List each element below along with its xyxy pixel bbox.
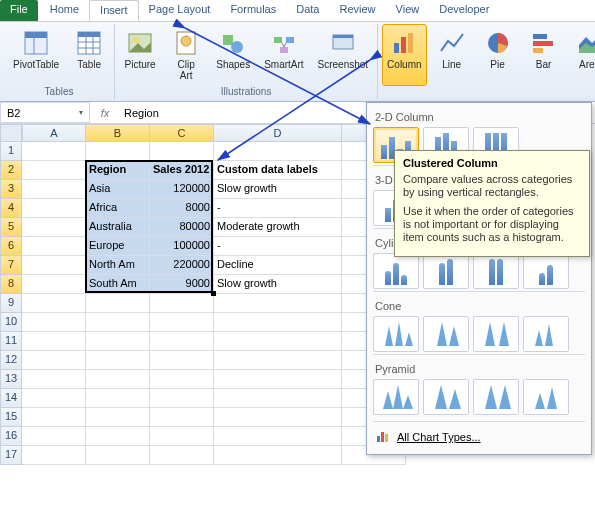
pyr-clustered-option[interactable]: [373, 379, 419, 415]
row-header-8[interactable]: 8: [0, 275, 22, 294]
cell-D6[interactable]: -: [214, 237, 342, 256]
row-header-10[interactable]: 10: [0, 313, 22, 332]
screenshot-button[interactable]: Screenshot: [313, 24, 374, 86]
shapes-button[interactable]: Shapes: [211, 24, 255, 86]
row-header-13[interactable]: 13: [0, 370, 22, 389]
cell-A2[interactable]: [22, 161, 86, 180]
fx-icon[interactable]: fx: [90, 107, 120, 119]
cell-D10[interactable]: [214, 313, 342, 332]
tab-formulas[interactable]: Formulas: [220, 0, 286, 21]
row-header-12[interactable]: 12: [0, 351, 22, 370]
pyr-stacked-option[interactable]: [423, 379, 469, 415]
cell-B7[interactable]: North Am: [86, 256, 150, 275]
row-header-1[interactable]: 1: [0, 142, 22, 161]
cell-C5[interactable]: 80000: [150, 218, 214, 237]
cyl-stacked100-option[interactable]: [473, 253, 519, 289]
cell-C4[interactable]: 8000: [150, 199, 214, 218]
cell-A11[interactable]: [22, 332, 86, 351]
cell-C10[interactable]: [150, 313, 214, 332]
cell-B15[interactable]: [86, 408, 150, 427]
all-chart-types-button[interactable]: All Chart Types...: [373, 421, 585, 448]
cell-A1[interactable]: [22, 142, 86, 161]
pyr-stacked100-option[interactable]: [473, 379, 519, 415]
row-header-15[interactable]: 15: [0, 408, 22, 427]
cell-B8[interactable]: South Am: [86, 275, 150, 294]
cell-A16[interactable]: [22, 427, 86, 446]
row-header-2[interactable]: 2: [0, 161, 22, 180]
name-box[interactable]: B2 ▾: [0, 102, 90, 123]
picture-button[interactable]: Picture: [119, 24, 161, 86]
tab-data[interactable]: Data: [286, 0, 329, 21]
cell-B12[interactable]: [86, 351, 150, 370]
cell-D11[interactable]: [214, 332, 342, 351]
cell-A8[interactable]: [22, 275, 86, 294]
pyr-3d-option[interactable]: [523, 379, 569, 415]
cell-B14[interactable]: [86, 389, 150, 408]
area-chart-button[interactable]: Area: [569, 24, 595, 86]
cell-B13[interactable]: [86, 370, 150, 389]
cell-C1[interactable]: [150, 142, 214, 161]
cell-B17[interactable]: [86, 446, 150, 465]
cell-A9[interactable]: [22, 294, 86, 313]
cell-C7[interactable]: 220000: [150, 256, 214, 275]
cell-C16[interactable]: [150, 427, 214, 446]
cell-A13[interactable]: [22, 370, 86, 389]
cell-D13[interactable]: [214, 370, 342, 389]
fill-handle[interactable]: [211, 291, 216, 296]
cell-B1[interactable]: [86, 142, 150, 161]
row-header-14[interactable]: 14: [0, 389, 22, 408]
cell-C12[interactable]: [150, 351, 214, 370]
cell-A4[interactable]: [22, 199, 86, 218]
cell-D16[interactable]: [214, 427, 342, 446]
cell-D15[interactable]: [214, 408, 342, 427]
cell-B5[interactable]: Australia: [86, 218, 150, 237]
cell-A10[interactable]: [22, 313, 86, 332]
cell-D4[interactable]: -: [214, 199, 342, 218]
col-header-b[interactable]: B: [86, 124, 150, 142]
cell-B3[interactable]: Asia: [86, 180, 150, 199]
cell-B4[interactable]: Africa: [86, 199, 150, 218]
row-header-9[interactable]: 9: [0, 294, 22, 313]
cell-B10[interactable]: [86, 313, 150, 332]
cell-A17[interactable]: [22, 446, 86, 465]
cell-A12[interactable]: [22, 351, 86, 370]
pie-chart-button[interactable]: Pie: [477, 24, 519, 86]
cyl-stacked-option[interactable]: [423, 253, 469, 289]
cell-C2[interactable]: Sales 2012: [150, 161, 214, 180]
tab-insert[interactable]: Insert: [89, 0, 139, 21]
cell-A5[interactable]: [22, 218, 86, 237]
cell-D14[interactable]: [214, 389, 342, 408]
tab-file[interactable]: File: [0, 0, 38, 21]
clipart-button[interactable]: Clip Art: [165, 24, 207, 86]
cell-C15[interactable]: [150, 408, 214, 427]
tab-page-layout[interactable]: Page Layout: [139, 0, 221, 21]
cell-D5[interactable]: Moderate growth: [214, 218, 342, 237]
cell-D17[interactable]: [214, 446, 342, 465]
cone-stacked-option[interactable]: [423, 316, 469, 352]
col-header-c[interactable]: C: [150, 124, 214, 142]
cell-A14[interactable]: [22, 389, 86, 408]
tab-home[interactable]: Home: [40, 0, 89, 21]
tab-view[interactable]: View: [386, 0, 430, 21]
cell-B6[interactable]: Europe: [86, 237, 150, 256]
row-header-16[interactable]: 16: [0, 427, 22, 446]
cell-B2[interactable]: Region: [86, 161, 150, 180]
cell-C17[interactable]: [150, 446, 214, 465]
cell-D8[interactable]: Slow growth: [214, 275, 342, 294]
cell-D9[interactable]: [214, 294, 342, 313]
cell-A6[interactable]: [22, 237, 86, 256]
cell-D7[interactable]: Decline: [214, 256, 342, 275]
bar-chart-button[interactable]: Bar: [523, 24, 565, 86]
cell-B16[interactable]: [86, 427, 150, 446]
tab-review[interactable]: Review: [329, 0, 385, 21]
tab-developer[interactable]: Developer: [429, 0, 499, 21]
row-header-11[interactable]: 11: [0, 332, 22, 351]
col-header-d[interactable]: D: [214, 124, 342, 142]
cell-A3[interactable]: [22, 180, 86, 199]
row-header-7[interactable]: 7: [0, 256, 22, 275]
cell-D2[interactable]: Custom data labels: [214, 161, 342, 180]
cone-stacked100-option[interactable]: [473, 316, 519, 352]
cone-3d-option[interactable]: [523, 316, 569, 352]
table-button[interactable]: Table: [68, 24, 110, 86]
cell-D12[interactable]: [214, 351, 342, 370]
